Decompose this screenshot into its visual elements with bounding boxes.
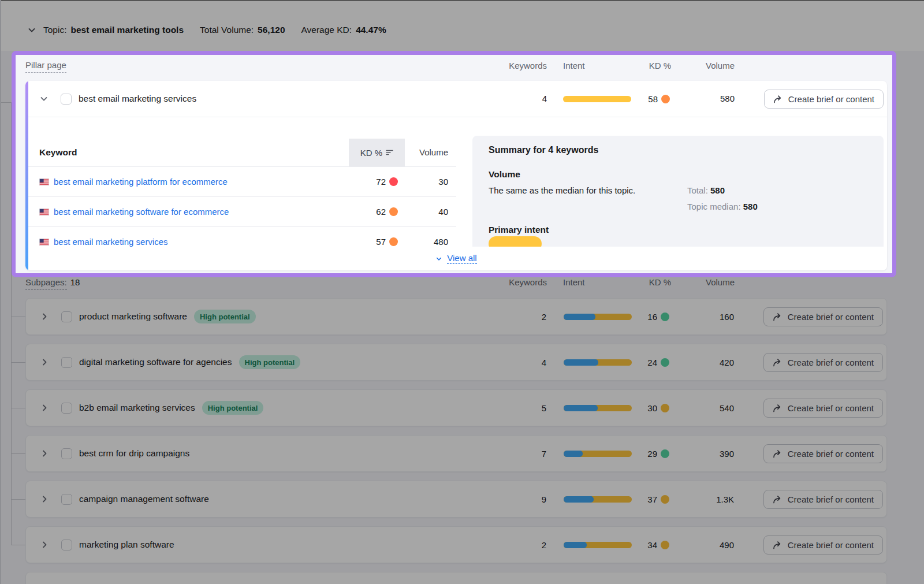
pillar-page-label: Pillar page xyxy=(25,59,66,73)
create-brief-button[interactable]: Create brief or content xyxy=(763,490,883,509)
subpage-row[interactable]: product marketing software High potentia… xyxy=(25,298,887,335)
subpage-title: digital marketing software for agencies xyxy=(79,357,232,367)
kd-value: 72 xyxy=(376,177,386,187)
volume-value: 490 xyxy=(720,527,734,564)
subpage-row-partial[interactable] xyxy=(25,572,887,584)
kd-dot xyxy=(661,95,670,103)
subpage-title: b2b email marketing services xyxy=(79,403,195,413)
keywords-count: 5 xyxy=(542,390,546,427)
volume-value: 1.3K xyxy=(716,481,734,518)
kd-value: 57 xyxy=(376,237,386,247)
chevron-right-icon[interactable] xyxy=(40,540,49,549)
keyword-link[interactable]: best email marketing software for ecomme… xyxy=(54,197,229,227)
kd-value: 62 xyxy=(376,207,386,217)
row-checkbox[interactable] xyxy=(61,494,72,505)
kd-dot xyxy=(389,237,398,246)
subpage-row[interactable]: campaign management software 9 37 1.3K C… xyxy=(25,481,887,518)
summary-panel: Summary for 4 keywords Volume The same a… xyxy=(472,136,884,247)
tree-connector xyxy=(0,102,11,103)
tree-connector xyxy=(11,362,25,363)
total-volume-stat: Total Volume:56,120 xyxy=(200,25,285,35)
create-brief-button[interactable]: Create brief or content xyxy=(763,399,883,418)
kd-dot xyxy=(661,404,669,412)
intent-bar xyxy=(564,542,632,548)
topic-title: Topic:best email marketing tools xyxy=(43,25,184,35)
pillar-highlight-frame: Pillar page Keywords Intent KD % Volume … xyxy=(12,51,896,277)
share-arrow-icon xyxy=(773,404,783,412)
view-all-link[interactable]: View all xyxy=(25,247,887,270)
pillar-row[interactable]: best email marketing services 4 58 580 C… xyxy=(25,81,887,117)
row-checkbox[interactable] xyxy=(61,403,72,414)
intent-bar xyxy=(564,314,632,320)
kd-value-group: 16 xyxy=(647,299,669,334)
tree-connector xyxy=(11,453,25,454)
subpage-row[interactable]: marketing plan software 2 34 490 Create … xyxy=(25,526,887,563)
kd-dot xyxy=(661,495,669,504)
volume-value: 580 xyxy=(720,81,735,117)
kd-value: 16 xyxy=(647,312,657,322)
kd-value: 37 xyxy=(647,494,657,504)
chevron-right-icon[interactable] xyxy=(40,403,49,412)
chevron-down-icon[interactable] xyxy=(39,94,49,103)
intent-segment-informational xyxy=(564,405,598,411)
volume-value: 480 xyxy=(434,227,448,247)
volume-value: 420 xyxy=(720,344,734,381)
subpage-title: product marketing software xyxy=(79,311,187,322)
column-header-kd: KD % xyxy=(649,60,671,72)
subpage-row[interactable]: best crm for drip campaigns 7 29 390 Cre… xyxy=(25,435,887,472)
summary-intent-heading: Primary intent xyxy=(489,225,549,235)
kd-value-group: 37 xyxy=(647,481,669,517)
pillar-title: best email marketing services xyxy=(79,94,196,104)
keyword-link[interactable]: best email marketing platform for ecomme… xyxy=(54,167,228,197)
window-top-edge xyxy=(0,0,924,1)
average-kd-stat: Average KD:44.47% xyxy=(301,25,386,35)
subpage-row[interactable]: b2b email marketing services High potent… xyxy=(25,389,887,426)
row-checkbox[interactable] xyxy=(61,448,72,459)
kd-value: 58 xyxy=(648,94,658,104)
tree-connector xyxy=(11,499,25,500)
kd-dot xyxy=(389,207,398,216)
subpage-row[interactable]: digital marketing software for agencies … xyxy=(25,344,887,381)
keyword-link[interactable]: best email marketing services xyxy=(54,227,168,247)
create-brief-button[interactable]: Create brief or content xyxy=(763,444,883,463)
row-checkbox[interactable] xyxy=(61,94,72,105)
keyword-row: best email marketing software for ecomme… xyxy=(25,196,456,226)
volume-column-header: Volume xyxy=(419,139,448,166)
subpages-count: 18 xyxy=(70,277,80,290)
kd-dot xyxy=(661,358,669,367)
kd-value-group: 58 xyxy=(648,81,670,117)
subpage-title: marketing plan software xyxy=(79,540,174,550)
kd-sort-header[interactable]: KD % xyxy=(349,139,405,166)
kd-value: 29 xyxy=(647,449,657,459)
chevron-right-icon[interactable] xyxy=(40,312,49,321)
keyword-table: Keyword KD % Volume best email marketing… xyxy=(25,139,456,247)
keyword-row: best email marketing services 57 480 xyxy=(25,226,456,247)
share-arrow-icon xyxy=(773,495,783,504)
window-left-edge xyxy=(0,0,1,584)
create-brief-button[interactable]: Create brief or content xyxy=(763,535,883,555)
row-checkbox[interactable] xyxy=(61,540,72,550)
column-header-keywords: Keywords xyxy=(509,60,547,72)
intent-segment-informational xyxy=(564,314,595,320)
share-arrow-icon xyxy=(773,95,783,103)
column-header-volume: Volume xyxy=(706,60,735,72)
row-checkbox[interactable] xyxy=(61,311,72,322)
topic-collapse-chevron-icon[interactable] xyxy=(27,25,36,35)
create-brief-button[interactable]: Create brief or content xyxy=(763,353,883,372)
chevron-right-icon[interactable] xyxy=(40,449,49,458)
kd-value-group: 30 xyxy=(647,390,669,426)
chevron-right-icon[interactable] xyxy=(40,494,49,504)
kd-dot xyxy=(661,449,669,458)
create-brief-button[interactable]: Create brief or content xyxy=(764,90,884,109)
keywords-count: 2 xyxy=(542,527,546,564)
intent-segment-informational xyxy=(564,542,587,548)
create-brief-button[interactable]: Create brief or content xyxy=(763,307,883,326)
row-checkbox[interactable] xyxy=(61,357,72,368)
subpage-title: campaign management software xyxy=(79,494,209,504)
chevron-right-icon[interactable] xyxy=(40,358,49,367)
keywords-count: 2 xyxy=(542,299,546,336)
pillar-card: best email marketing services 4 58 580 C… xyxy=(25,81,887,270)
keywords-count: 4 xyxy=(542,81,547,117)
subpage-title: best crm for drip campaigns xyxy=(79,448,189,459)
primary-intent-pill xyxy=(489,236,542,247)
